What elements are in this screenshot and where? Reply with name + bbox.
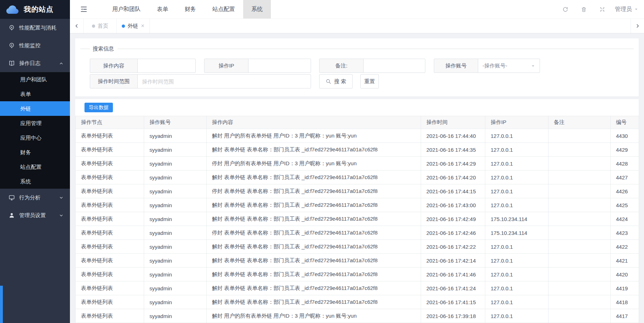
topnav-item[interactable]: 站点配置 — [204, 0, 243, 18]
table-cell: 127.0.0.1 — [485, 143, 549, 157]
table-row: 表单外链列表syyadmin停封 用户的所有表单外链 用户ID：3 用户昵称：y… — [76, 157, 639, 171]
sidebar-subitem[interactable]: 表单 — [0, 87, 70, 101]
content-area: 搜索信息 操作内容 操作IP 备注: 操作账号 — [70, 33, 644, 323]
table-cell: 2021-06-16 17:41:24 — [421, 281, 485, 295]
table-cell: 127.0.0.1 — [485, 171, 549, 184]
sidebar-subitem[interactable]: 财务 — [0, 145, 70, 160]
main-area: 用户和团队表单财务站点配置系统 管理员 首页外链× 搜索信息 操作内容 — [70, 0, 644, 323]
page-tab[interactable]: 外链× — [117, 19, 150, 33]
table-cell: 127.0.0.1 — [485, 254, 549, 268]
table-cell — [549, 171, 611, 184]
ip-field-group: 操作IP — [204, 59, 311, 73]
search-icon — [326, 79, 331, 84]
table-cell: 175.10.234.114 — [485, 226, 549, 240]
sidebar-subitem[interactable]: 外链 — [0, 101, 70, 116]
table-cell: syyadmin — [144, 268, 207, 281]
table-cell: syyadmin — [144, 212, 207, 226]
search-button[interactable]: 搜 索 — [319, 74, 353, 88]
table-cell: syyadmin — [144, 281, 207, 295]
expand-icon[interactable] — [593, 6, 611, 12]
sidebar-scrollbar-thumb[interactable] — [0, 286, 3, 323]
table-cell: 表单外链列表 — [76, 295, 144, 309]
account-field-group: 操作账号 -操作账号- — [434, 59, 540, 73]
tab-label: 首页 — [98, 23, 108, 29]
table-cell — [549, 198, 611, 212]
chevron-up-icon — [59, 61, 64, 66]
topnav-item[interactable]: 用户和团队 — [104, 0, 149, 18]
ip-input[interactable] — [249, 59, 311, 72]
note-field-label: 备注: — [320, 59, 364, 72]
table-cell: 表单外链列表 — [76, 157, 144, 171]
reset-button[interactable]: 重置 — [360, 74, 379, 88]
refresh-icon[interactable] — [556, 6, 574, 12]
ip-field-label: 操作IP — [204, 59, 249, 72]
table-row: 表单外链列表syyadmin解封 表单外链 表单名称：部门员工表 _id:f7e… — [76, 212, 639, 226]
table-cell: 127.0.0.1 — [485, 129, 549, 143]
table-cell: 停封 表单外链 表单名称：部门员工表 _id:f7ed2729e46117a01… — [207, 184, 421, 198]
chevron-down-icon — [59, 213, 64, 218]
search-row-1: 操作内容 操作IP 备注: 操作账号 -操作账号- — [90, 59, 634, 73]
tabs-scroll-right-icon[interactable] — [631, 19, 644, 33]
account-select[interactable]: -操作账号- — [478, 59, 540, 72]
sidebar-subitem[interactable]: 用户和团队 — [0, 72, 70, 87]
table-cell — [549, 268, 611, 281]
table-cell — [549, 129, 611, 143]
table-cell: 4423 — [611, 226, 639, 240]
sidebar-item[interactable]: 性能监控 — [0, 37, 70, 54]
table-cell: 解封 用户的所有表单外链 用户ID：3 用户昵称：yun 账号:yun — [207, 309, 421, 323]
topnav-item[interactable]: 财务 — [176, 0, 204, 18]
sidebar-subitem[interactable]: 应用管理 — [0, 116, 70, 130]
table-cell: 4419 — [611, 281, 639, 295]
trash-icon[interactable] — [574, 6, 593, 12]
table-cell: 表单外链列表 — [76, 143, 144, 157]
table-cell — [549, 157, 611, 171]
table-cell: 解封 表单外链 表单名称：部门员工表 _id:f7ed2729e46117a01… — [207, 171, 421, 184]
search-row-2: 操作时间范围 搜 索 重置 — [90, 74, 634, 88]
tabs-scroll-left-icon[interactable] — [70, 19, 83, 33]
sidebar-item[interactable]: 操作日志 — [0, 54, 70, 72]
content-field-label: 操作内容 — [90, 59, 138, 72]
menu-fold-icon[interactable] — [70, 5, 88, 13]
sidebar-subitem[interactable]: 站点配置 — [0, 160, 70, 174]
table-cell — [549, 212, 611, 226]
table-cell: syyadmin — [144, 143, 207, 157]
topnav-item[interactable]: 表单 — [149, 0, 176, 18]
table-cell: 解封 表单外链 表单名称：部门员工表 _id:f7ed2729e46117a01… — [207, 240, 421, 254]
close-icon[interactable]: × — [141, 23, 144, 29]
table-cell: 表单外链列表 — [76, 198, 144, 212]
sidebar-subitem[interactable]: 应用中心 — [0, 130, 70, 145]
table-cell: 解封 表单外链 表单名称：部门员工表 _id:f7ed2729e46117a01… — [207, 198, 421, 212]
table-cell — [549, 240, 611, 254]
topnav-item[interactable]: 系统 — [243, 0, 271, 18]
column-header: 操作时间 — [421, 116, 485, 129]
site-title: 我的站点 — [24, 5, 54, 14]
table-cell: syyadmin — [144, 254, 207, 268]
user-dropdown[interactable]: 管理员 — [615, 6, 638, 13]
table-cell: 4427 — [611, 171, 639, 184]
export-data-button[interactable]: 导出数据 — [84, 103, 113, 112]
page-tab[interactable]: 首页 — [84, 19, 117, 33]
table-body: 表单外链列表syyadmin解封 用户的所有表单外链 用户ID：3 用户昵称：y… — [76, 129, 639, 323]
table-cell: 4428 — [611, 157, 639, 171]
sidebar-item-label: 性能配置与消耗 — [19, 25, 64, 31]
table-cell: 2021-06-16 17:39:18 — [421, 309, 485, 323]
caret-down-icon — [634, 7, 638, 11]
sidebar-item[interactable]: 性能配置与消耗 — [0, 19, 70, 37]
content-input[interactable] — [138, 59, 195, 72]
broadcast-icon — [9, 25, 15, 31]
topnav-tools: 管理员 — [556, 6, 644, 13]
time-range-input[interactable] — [138, 75, 311, 88]
table-cell: 2021-06-16 17:43:00 — [421, 198, 485, 212]
note-input[interactable] — [364, 59, 425, 72]
broadcast-icon — [9, 42, 15, 49]
table-cell: 解封 用户的所有表单外链 用户ID：3 用户昵称：yun 账号:yun — [207, 129, 421, 143]
table-cell — [549, 254, 611, 268]
table-cell: 表单外链列表 — [76, 281, 144, 295]
tabbar-spacer — [150, 19, 631, 33]
sidebar-item[interactable]: 管理员设置 — [0, 206, 70, 224]
book-icon — [9, 60, 15, 66]
sidebar-subitem[interactable]: 系统 — [0, 174, 70, 189]
table-cell — [549, 226, 611, 240]
sidebar-item[interactable]: 行为分析 — [0, 189, 70, 206]
tab-dot-icon — [122, 25, 125, 28]
